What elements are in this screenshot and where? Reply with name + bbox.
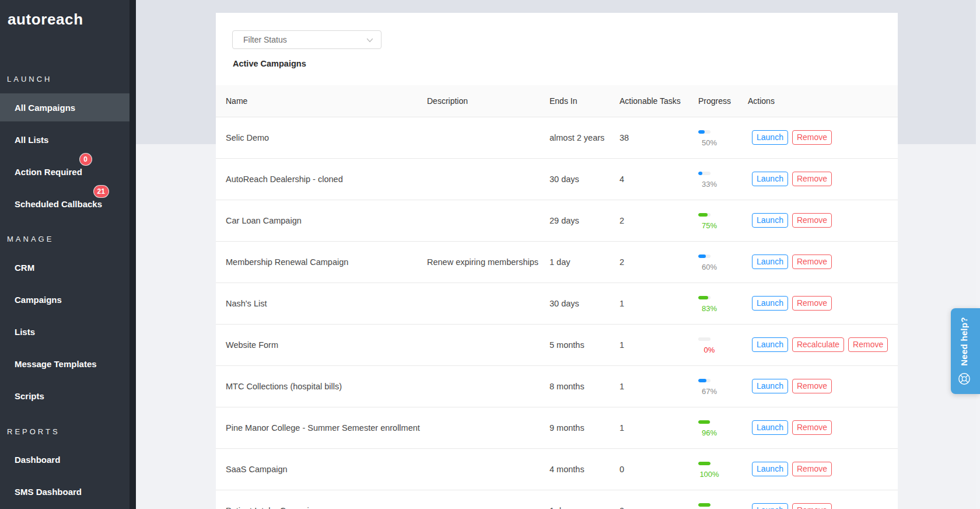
column-header-progress: Progress xyxy=(688,85,738,117)
remove-button[interactable]: Remove xyxy=(792,420,832,435)
sidebar-scrollbar[interactable] xyxy=(130,0,136,509)
campaign-description-cell xyxy=(417,200,540,241)
table-row: Pine Manor College - Summer Semester enr… xyxy=(216,407,898,448)
column-header-actionable-tasks: Actionable Tasks xyxy=(610,85,688,117)
remove-button[interactable]: Remove xyxy=(848,337,888,352)
column-header-description: Description xyxy=(417,85,540,117)
actions-cell: LaunchRemove xyxy=(738,200,898,241)
actions-cell: LaunchRemove xyxy=(738,490,898,509)
progress-bar xyxy=(698,420,710,424)
column-header-ends-in: Ends In xyxy=(540,85,610,117)
sidebar-item-label: Dashboard xyxy=(15,455,60,465)
campaign-name-cell: Selic Demo xyxy=(216,117,417,158)
campaigns-table: NameDescriptionEnds InActionable TasksPr… xyxy=(216,85,898,509)
page-scrollbar[interactable] xyxy=(976,0,980,509)
progress-percent-label: 100% xyxy=(699,470,719,479)
filter-status-value: Filter Status xyxy=(243,35,287,44)
launch-button[interactable]: Launch xyxy=(752,213,788,228)
progress-bar xyxy=(698,379,710,382)
table-row: Website Form5 months10%LaunchRecalculate… xyxy=(216,324,898,365)
sidebar-item-crm[interactable]: CRM xyxy=(0,253,130,281)
actions-cell: LaunchRemove xyxy=(738,448,898,490)
remove-button[interactable]: Remove xyxy=(792,503,832,509)
table-row: Nash's List30 days183%LaunchRemove xyxy=(216,283,898,324)
life-buoy-icon xyxy=(958,372,971,385)
table-row: Membership Renewal CampaignRenew expirin… xyxy=(216,241,898,283)
launch-button[interactable]: Launch xyxy=(752,420,788,435)
progress-percent-label: 50% xyxy=(702,138,717,147)
sidebar-item-message-templates[interactable]: Message Templates xyxy=(0,350,130,378)
sidebar-item-label: All Campaigns xyxy=(15,103,75,113)
remove-button[interactable]: Remove xyxy=(792,296,832,311)
sidebar-item-label: SMS Dashboard xyxy=(15,487,82,497)
progress-cell: 60% xyxy=(688,241,738,283)
ends-in-cell: 29 days xyxy=(540,200,610,241)
remove-button[interactable]: Remove xyxy=(792,462,832,476)
remove-button[interactable]: Remove xyxy=(792,172,832,186)
remove-button[interactable]: Remove xyxy=(792,213,832,228)
ends-in-cell: 1 day xyxy=(540,490,610,509)
launch-button[interactable]: Launch xyxy=(752,503,788,509)
actionable-tasks-cell: 1 xyxy=(610,407,688,448)
actions-cell: LaunchRemove xyxy=(738,365,898,407)
sidebar-item-scripts[interactable]: Scripts xyxy=(0,382,130,410)
actions-cell: LaunchRemove xyxy=(738,241,898,283)
progress-cell: 100% xyxy=(688,490,738,509)
campaign-description-cell xyxy=(417,365,540,407)
table-row: AutoReach Dealership - cloned30 days433%… xyxy=(216,158,898,200)
actions-cell: LaunchRemove xyxy=(738,117,898,158)
campaign-name-cell: Car Loan Campaign xyxy=(216,200,417,241)
remove-button[interactable]: Remove xyxy=(792,379,832,393)
campaign-description-cell xyxy=(417,448,540,490)
progress-bar xyxy=(698,462,710,465)
campaign-name-cell: SaaS Campaign xyxy=(216,448,417,490)
launch-button[interactable]: Launch xyxy=(752,379,788,393)
progress-percent-label: 0% xyxy=(704,346,715,354)
actionable-tasks-cell: 2 xyxy=(610,200,688,241)
actionable-tasks-cell: 1 xyxy=(610,324,688,365)
actionable-tasks-cell: 0 xyxy=(610,490,688,509)
sidebar-item-dashboard[interactable]: Dashboard xyxy=(0,445,130,473)
recalculate-button[interactable]: Recalculate xyxy=(792,337,844,352)
sidebar-item-all-lists[interactable]: All Lists xyxy=(0,125,130,154)
progress-bar xyxy=(698,254,710,258)
sidebar-item-sms-dashboard[interactable]: SMS Dashboard xyxy=(0,477,130,505)
campaign-description-cell xyxy=(417,283,540,324)
campaign-name-cell: Nash's List xyxy=(216,283,417,324)
launch-button[interactable]: Launch xyxy=(752,130,788,145)
sidebar-item-action-required[interactable]: Action Required0 xyxy=(0,158,130,186)
launch-button[interactable]: Launch xyxy=(752,462,788,476)
sidebar-item-scheduled-callbacks[interactable]: Scheduled Callbacks21 xyxy=(0,190,130,218)
sidebar-item-label: CRM xyxy=(15,263,34,273)
progress-percent-label: 33% xyxy=(702,180,717,189)
ends-in-cell: 8 months xyxy=(540,365,610,407)
sidebar-nav: LAUNCHAll CampaignsAll ListsAction Requi… xyxy=(0,0,130,509)
remove-button[interactable]: Remove xyxy=(792,130,832,145)
table-header-row: NameDescriptionEnds InActionable TasksPr… xyxy=(216,85,898,117)
campaigns-panel: Filter Status Active Campaigns NameDescr… xyxy=(216,13,898,509)
campaign-description-cell xyxy=(417,324,540,365)
actionable-tasks-cell: 0 xyxy=(610,448,688,490)
sidebar-item-label: Scheduled Callbacks xyxy=(15,199,102,209)
launch-button[interactable]: Launch xyxy=(752,337,788,352)
sidebar-item-campaigns[interactable]: Campaigns xyxy=(0,285,130,313)
filter-status-select[interactable]: Filter Status xyxy=(232,30,382,49)
launch-button[interactable]: Launch xyxy=(752,172,788,186)
progress-bar xyxy=(698,213,710,217)
launch-button[interactable]: Launch xyxy=(752,254,788,269)
chevron-down-icon xyxy=(366,37,373,44)
need-help-button[interactable]: Need help? xyxy=(951,308,980,394)
remove-button[interactable]: Remove xyxy=(792,254,832,269)
launch-button[interactable]: Launch xyxy=(752,296,788,311)
progress-percent-label: 83% xyxy=(702,304,717,313)
sidebar-item-lists[interactable]: Lists xyxy=(0,318,130,346)
ends-in-cell: almost 2 years xyxy=(540,117,610,158)
campaign-description-cell xyxy=(417,407,540,448)
ends-in-cell: 30 days xyxy=(540,158,610,200)
progress-bar xyxy=(698,503,710,507)
nav-section-reports: REPORTS xyxy=(7,427,60,437)
actionable-tasks-cell: 1 xyxy=(610,365,688,407)
sidebar: autoreach LAUNCHAll CampaignsAll ListsAc… xyxy=(0,0,130,509)
actions-cell: LaunchRemove xyxy=(738,283,898,324)
sidebar-item-all-campaigns[interactable]: All Campaigns xyxy=(0,93,130,121)
